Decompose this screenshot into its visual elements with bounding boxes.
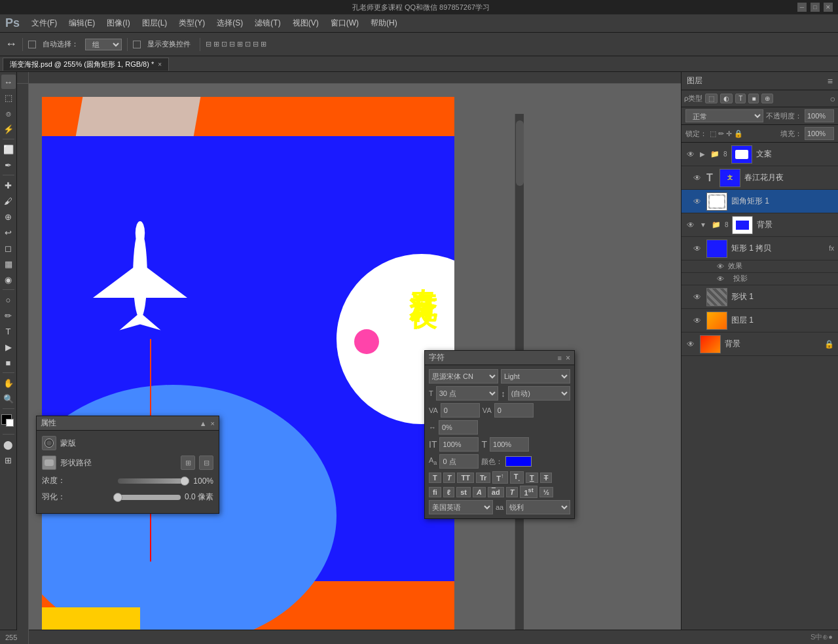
layer-item-layer1[interactable]: 👁 图层 1	[682, 309, 838, 332]
auto-select-dropdown[interactable]: 组 图层	[85, 39, 122, 50]
props-density-slider[interactable]	[118, 478, 190, 484]
layer-item-rounded[interactable]: 👁 圆角矩形 1	[682, 190, 838, 213]
lock-icons[interactable]: ⬚ ✏ ✛ 🔒	[710, 130, 743, 138]
leading-select[interactable]: (自动)	[508, 386, 570, 401]
layer-item-rectcopy[interactable]: 👁 矩形 1 拷贝 fx	[682, 237, 838, 260]
font-size-select[interactable]: 30 点	[436, 386, 498, 401]
scale-v-input2[interactable]	[490, 437, 529, 452]
background-color[interactable]	[6, 419, 14, 427]
pen-tool[interactable]: ✏	[1, 308, 16, 323]
underline-btn[interactable]: T	[526, 473, 538, 483]
show-transform-checkbox[interactable]	[133, 41, 141, 48]
auto-select-checkbox[interactable]	[28, 41, 36, 48]
antialiasing-select[interactable]: 锐利 犀利 平滑	[506, 500, 570, 514]
scale-v-input[interactable]	[439, 437, 479, 452]
menu-file[interactable]: 文件(F)	[26, 16, 62, 30]
fi-ligature-btn[interactable]: fi	[429, 487, 441, 497]
layer-eye-layer1[interactable]: 👁	[692, 315, 702, 326]
layer-item-bg[interactable]: 👁 背景 🔒	[682, 332, 838, 356]
swash-btn[interactable]: A	[473, 487, 486, 497]
move-tool[interactable]: ↔	[1, 75, 16, 89]
props-panel-close-btn[interactable]: ×	[211, 420, 215, 427]
tab-close-button[interactable]: ×	[158, 61, 162, 68]
mask-icon[interactable]	[42, 436, 56, 450]
screen-mode-tool[interactable]: ⊞	[1, 453, 16, 467]
kerning-input[interactable]	[494, 403, 534, 418]
path-icon[interactable]	[42, 456, 56, 470]
move-tool-icon[interactable]: ↔	[5, 37, 17, 51]
marquee-tool[interactable]: ⬚	[1, 90, 16, 105]
lock-all-icon[interactable]: 🔒	[734, 130, 743, 138]
smallcaps-btn[interactable]: Tr	[476, 473, 490, 483]
menu-select[interactable]: 选择(S)	[211, 16, 248, 30]
filter-smart-btn[interactable]: ⊕	[761, 94, 773, 103]
superscript-btn[interactable]: T↑	[492, 471, 507, 484]
hand-tool[interactable]: ✋	[1, 376, 16, 390]
language-select[interactable]: 美国英语 中文	[429, 500, 493, 514]
layer-eye-shadow[interactable]: 👁	[717, 275, 724, 283]
layer-eye-bg[interactable]: 👁	[685, 339, 696, 349]
fl-ligature-btn[interactable]: ℓ	[443, 487, 454, 497]
layer-item-bggroup[interactable]: 👁 ▼ 📁 8 背景	[682, 213, 838, 237]
menu-view[interactable]: 视图(V)	[287, 16, 324, 30]
blur-tool[interactable]: ◉	[1, 272, 16, 287]
healing-tool[interactable]: ✚	[1, 178, 16, 192]
char-panel-close-btn[interactable]: ×	[566, 353, 570, 363]
maximize-button[interactable]: □	[811, 3, 820, 12]
subscript-btn[interactable]: T.	[510, 471, 524, 484]
color-swatches[interactable]	[1, 414, 16, 429]
layer-item-effect[interactable]: 👁 效果	[682, 260, 838, 273]
menu-layer[interactable]: 图层(L)	[137, 16, 173, 30]
layer-eye-rectcopy[interactable]: 👁	[692, 243, 702, 254]
menu-window[interactable]: 窗口(W)	[325, 16, 364, 30]
filter-shape-btn[interactable]: ■	[748, 94, 759, 103]
canvas-area[interactable]: 春江花月夜	[17, 72, 681, 644]
layer-item-wenc[interactable]: 👁 ▶ 📁 8 文案	[682, 143, 838, 166]
font-family-select[interactable]: 思源宋体 CN	[429, 369, 498, 384]
layer-eye-wenc[interactable]: 👁	[685, 149, 696, 160]
gradient-tool[interactable]: ▦	[1, 257, 16, 271]
lock-paint-icon[interactable]: ✏	[718, 130, 724, 138]
eyedropper-tool[interactable]: ✒	[1, 158, 16, 172]
tracking-input[interactable]	[441, 403, 480, 418]
text-tool[interactable]: T	[1, 324, 16, 338]
lasso-tool[interactable]: ⌾	[1, 106, 16, 120]
layer-item-chunjiang[interactable]: 👁 T 文 春江花月夜	[682, 166, 838, 190]
quick-mask-tool[interactable]: ⬤	[1, 437, 16, 452]
panel-menu-icon[interactable]: ≡	[828, 76, 833, 86]
bold-btn[interactable]: T	[429, 473, 441, 483]
window-controls[interactable]: ─ □ ✕	[797, 3, 833, 12]
discretionary-btn[interactable]: T	[506, 487, 519, 497]
clone-tool[interactable]: ⊕	[1, 209, 16, 224]
close-button[interactable]: ✕	[824, 3, 833, 12]
eraser-tool[interactable]: ◻	[1, 241, 16, 255]
foreground-color[interactable]	[1, 414, 12, 425]
fraction-btn[interactable]: ½	[539, 487, 553, 497]
brush-tool[interactable]: 🖌	[1, 194, 16, 208]
font-style-select[interactable]: Light Regular Bold	[501, 369, 570, 384]
layer-item-shape1[interactable]: 👁 形状 1	[682, 285, 838, 309]
layer-eye-chunjiang[interactable]: 👁	[692, 173, 702, 183]
filter-adj-btn[interactable]: ◐	[720, 94, 733, 103]
fill-input[interactable]	[805, 127, 834, 140]
path-select-tool[interactable]: ▶	[1, 340, 16, 354]
filter-pixel-btn[interactable]: ⬚	[705, 94, 718, 103]
text-color-swatch[interactable]	[505, 456, 532, 467]
sup-btn[interactable]: 1st	[520, 486, 537, 498]
minimize-button[interactable]: ─	[797, 3, 807, 12]
layer-arrow-wenc[interactable]: ▶	[700, 151, 705, 158]
menu-edit[interactable]: 编辑(E)	[64, 16, 100, 30]
document-tab[interactable]: 渐变海报.psd @ 255% (圆角矩形 1, RGB/8) * ×	[3, 58, 169, 71]
menu-image[interactable]: 图像(I)	[101, 16, 135, 30]
opacity-input[interactable]	[805, 109, 834, 122]
scale-h-input[interactable]	[439, 420, 478, 435]
lock-move-icon[interactable]: ✛	[726, 130, 732, 138]
props-panel-expand[interactable]: ▲	[200, 420, 207, 427]
italic-btn[interactable]: T	[443, 473, 456, 483]
layer-arrow-bggroup[interactable]: ▼	[700, 221, 706, 228]
canvas-container[interactable]: 春江花月夜	[42, 97, 474, 644]
strikethrough-btn[interactable]: T	[540, 473, 553, 483]
layer-item-shadow[interactable]: 👁 投影	[682, 273, 838, 285]
zoom-tool[interactable]: 🔍	[1, 391, 16, 406]
filter-type-btn[interactable]: T	[735, 94, 746, 103]
